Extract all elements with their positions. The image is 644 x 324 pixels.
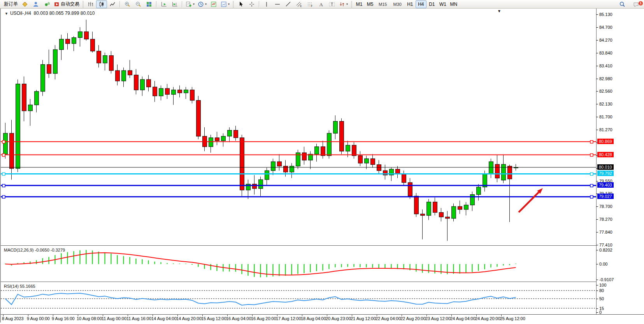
auto-scroll-button[interactable] [158, 0, 169, 8]
notifications-button[interactable]: 1 [631, 0, 642, 8]
search-button[interactable] [617, 0, 628, 8]
vline-button[interactable] [261, 0, 272, 8]
candle-down [371, 158, 375, 164]
time-tick-label: 11 Aug 00:00 [102, 316, 126, 321]
label-icon: T [329, 1, 335, 7]
toolbar-gripper[interactable] [82, 1, 84, 7]
candle-up [184, 90, 188, 93]
candle-up [470, 195, 475, 205]
period-button[interactable]: ▾ [196, 0, 208, 8]
candle-down [215, 138, 219, 141]
price-tick-label: 81.270 [599, 127, 612, 132]
line-anchor[interactable] [2, 154, 5, 157]
line-anchor[interactable] [2, 195, 5, 198]
line-anchor[interactable] [590, 195, 593, 198]
timeframe-m15[interactable]: M15 [376, 0, 390, 8]
cursor-button[interactable] [235, 0, 246, 8]
signals-icon[interactable] [41, 0, 52, 8]
dropdown-caret-icon[interactable]: ▾ [205, 2, 207, 6]
dropdown-caret-icon[interactable]: ▾ [228, 2, 230, 6]
timeframe-h4[interactable]: H4 [416, 0, 426, 8]
indicators-button[interactable] [208, 0, 219, 8]
bar-chart-button[interactable] [85, 0, 96, 8]
price-tick-mark [596, 130, 598, 130]
macd-panel[interactable] [1, 246, 596, 282]
autotrading-button[interactable]: 自动交易 [52, 0, 81, 8]
line-chart-button[interactable] [107, 0, 118, 8]
zoom-in-button[interactable] [122, 0, 133, 8]
rsi-tick-label: 100 [599, 283, 606, 287]
candle-down [165, 88, 170, 94]
line-anchor[interactable] [590, 141, 593, 143]
label-button[interactable]: T [326, 0, 337, 8]
template-button[interactable]: ▾ [219, 0, 231, 8]
trendline-button[interactable] [283, 0, 294, 8]
price-tick-label: 82.130 [599, 102, 612, 106]
macd-tick-mark [596, 250, 598, 250]
hline-button[interactable] [272, 0, 283, 8]
crosshair-button[interactable] [246, 0, 257, 8]
channel-button[interactable]: E [294, 0, 305, 8]
rsi-panel[interactable] [1, 282, 596, 314]
candle-down [190, 90, 195, 100]
time-tick-label: 21 Aug 12:00 [351, 316, 376, 321]
time-tick-label: 10 Aug 08:00 [77, 316, 102, 321]
line-anchor[interactable] [2, 141, 5, 143]
candle-up [159, 88, 163, 96]
candle-up [35, 92, 39, 105]
dropdown-caret-icon[interactable]: ▾ [193, 2, 195, 6]
tile-windows-button[interactable] [144, 0, 154, 8]
candle-up [103, 56, 107, 63]
line-anchor[interactable] [2, 173, 5, 175]
timeframe-m30[interactable]: M30 [390, 0, 404, 8]
market-icon[interactable] [30, 0, 41, 8]
timeframe-d1[interactable]: D1 [426, 0, 437, 8]
svg-text:T: T [331, 2, 333, 7]
candle-up [333, 122, 338, 134]
fibonacci-button[interactable]: F [305, 0, 316, 8]
timeframe-m1[interactable]: M1 [354, 0, 365, 8]
timeframe-h1[interactable]: H1 [405, 0, 416, 8]
toolbar-separator [182, 1, 182, 7]
time-tick-label: 20 Aug 23:00 [326, 316, 351, 321]
candle-down [128, 70, 132, 75]
text-button[interactable]: A [316, 0, 326, 8]
zoom-in-icon [124, 1, 130, 7]
candle-up [60, 39, 64, 50]
arrow-annotation[interactable] [519, 192, 539, 212]
candle-down [508, 166, 512, 179]
shapes-icon [339, 1, 345, 7]
panel-divider[interactable] [1, 245, 596, 246]
timeframe-mn[interactable]: MN [448, 0, 459, 8]
timeframe-m5[interactable]: M5 [365, 0, 376, 8]
text-icon: A [318, 1, 324, 7]
candle-down [402, 174, 406, 183]
price-tick-label: 84.270 [599, 38, 612, 42]
time-axis: 8 Aug 20239 Aug 00:009 Aug 16:0010 Aug 0… [1, 314, 644, 323]
macd-tick-label: 0.00 [599, 262, 607, 266]
candle-up [452, 206, 456, 218]
line-anchor[interactable] [590, 173, 593, 175]
candle-down [284, 166, 288, 172]
line-anchor[interactable] [590, 184, 593, 187]
line-anchor[interactable] [2, 184, 5, 187]
timeframe-w1[interactable]: W1 [437, 0, 448, 8]
candle-down [321, 147, 325, 156]
rsi-tick-mark [596, 312, 598, 313]
candlestick-button[interactable] [96, 0, 107, 8]
metaeditor-icon[interactable] [19, 0, 30, 8]
new-order-button[interactable]: 新订单 [2, 0, 19, 8]
shapes-button[interactable]: ▾ [337, 0, 349, 8]
panel-divider[interactable] [1, 282, 596, 282]
zoom-out-button[interactable] [133, 0, 144, 8]
candlestick-chart[interactable] [1, 9, 596, 245]
time-tick-label: 24 Aug 20:00 [475, 316, 500, 321]
chart-shift-button[interactable] [169, 0, 180, 8]
toolbar-gripper[interactable] [351, 1, 352, 7]
tile-windows-icon [146, 1, 152, 7]
new-chart-button[interactable]: ▾ [184, 0, 196, 8]
price-tick-mark [596, 79, 598, 79]
dropdown-caret-icon[interactable]: ▾ [346, 2, 348, 6]
line-anchor[interactable] [590, 154, 593, 157]
toolbar-gripper[interactable] [233, 1, 234, 7]
